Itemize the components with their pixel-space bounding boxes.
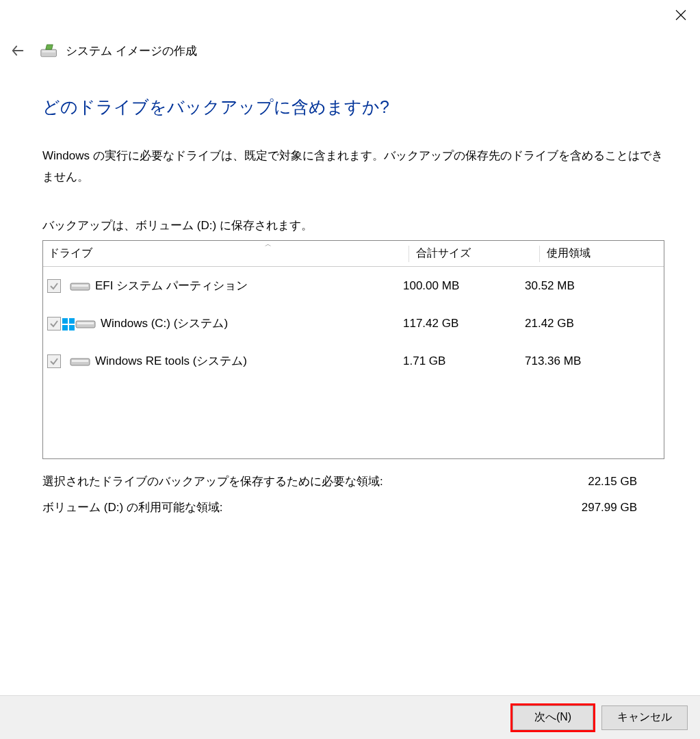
sort-indicator-icon: ︿ <box>265 240 272 249</box>
col-header-total[interactable]: 合計サイズ <box>416 246 539 261</box>
back-arrow-icon <box>10 43 25 58</box>
summary-required-value: 22.15 GB <box>588 469 664 494</box>
title-wrap: システム イメージの作成 <box>40 41 197 60</box>
description: Windows の実行に必要なドライブは、既定で対象に含まれます。バックアップの… <box>42 146 664 187</box>
check-icon <box>49 319 59 328</box>
summary-required: 選択されたドライブのバックアップを保存するために必要な領域: 22.15 GB <box>42 469 664 494</box>
header: システム イメージの作成 <box>10 41 197 60</box>
system-image-icon <box>40 41 59 60</box>
table-row[interactable]: EFI システム パーティション 100.00 MB 30.52 MB <box>43 267 664 304</box>
summary-available-value: 297.99 GB <box>582 495 664 520</box>
table-row[interactable]: Windows RE tools (システム) 1.71 GB 713.36 M… <box>43 342 664 380</box>
checkbox-disabled <box>47 279 61 293</box>
svg-rect-1 <box>42 51 55 53</box>
svg-rect-0 <box>41 49 57 57</box>
check-icon <box>49 356 59 366</box>
window-title: システム イメージの作成 <box>66 43 197 59</box>
drive-used: 30.52 MB <box>525 279 664 293</box>
drive-table: ドライブ ︿ 合計サイズ 使用領域 EFI システム パーティション 100.0… <box>42 240 664 459</box>
svg-rect-5 <box>69 318 75 324</box>
drive-used: 21.42 GB <box>525 317 664 330</box>
svg-rect-7 <box>69 325 75 330</box>
back-button[interactable] <box>10 42 26 59</box>
drive-icon <box>65 279 95 293</box>
col-header-used[interactable]: 使用領域 <box>547 246 664 261</box>
drive-total: 1.71 GB <box>403 354 525 368</box>
col-header-drive[interactable]: ドライブ <box>43 246 409 261</box>
next-button[interactable]: 次へ(N) <box>513 705 593 730</box>
close-icon <box>675 10 686 21</box>
drive-name: Windows (C:) (システム) <box>101 315 403 331</box>
content: どのドライブをバックアップに含めますか? Windows の実行に必要なドライブ… <box>42 96 664 520</box>
svg-rect-3 <box>72 285 88 287</box>
svg-rect-6 <box>62 325 68 330</box>
drive-total: 117.42 GB <box>403 317 525 330</box>
summary-available-label: ボリューム (D:) の利用可能な領域: <box>42 495 223 520</box>
page-headline: どのドライブをバックアップに含めますか? <box>42 96 664 118</box>
close-button[interactable] <box>674 8 688 22</box>
drive-used: 713.36 MB <box>525 354 664 368</box>
table-row[interactable]: Windows (C:) (システム) 117.42 GB 21.42 GB <box>43 304 664 342</box>
summary-available: ボリューム (D:) の利用可能な領域: 297.99 GB <box>42 495 664 520</box>
table-header[interactable]: ドライブ ︿ 合計サイズ 使用領域 <box>43 241 664 267</box>
svg-rect-9 <box>77 322 94 324</box>
drive-name: EFI システム パーティション <box>95 278 403 294</box>
drive-name: Windows RE tools (システム) <box>95 353 403 369</box>
cancel-button[interactable]: キャンセル <box>601 705 688 730</box>
drive-icon-system <box>65 317 101 330</box>
check-icon <box>49 281 59 291</box>
save-location-note: バックアップは、ボリューム (D:) に保存されます。 <box>42 218 664 233</box>
drive-total: 100.00 MB <box>403 279 525 293</box>
footer: 次へ(N) キャンセル <box>0 695 700 739</box>
checkbox-disabled <box>47 354 61 368</box>
svg-rect-11 <box>72 360 88 362</box>
checkbox-disabled <box>47 317 61 330</box>
summary-required-label: 選択されたドライブのバックアップを保存するために必要な領域: <box>42 469 383 494</box>
drive-icon <box>65 354 95 368</box>
summary: 選択されたドライブのバックアップを保存するために必要な領域: 22.15 GB … <box>42 469 664 520</box>
windows-logo-icon <box>62 318 75 330</box>
svg-rect-4 <box>62 318 68 324</box>
